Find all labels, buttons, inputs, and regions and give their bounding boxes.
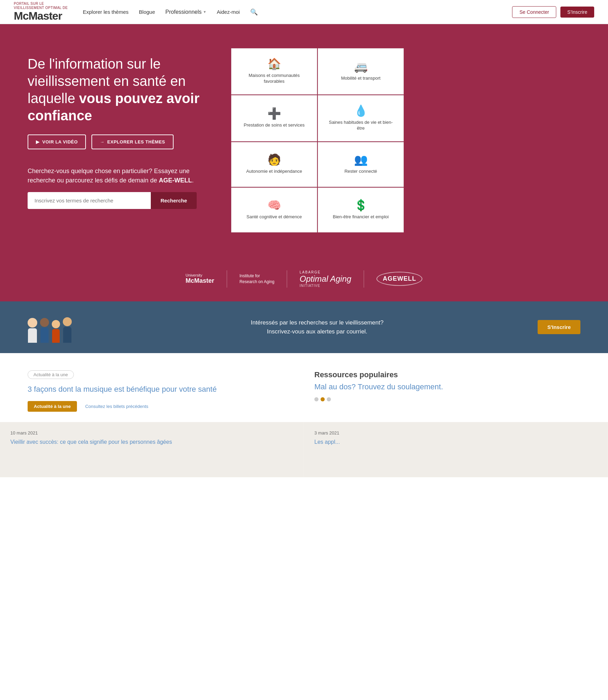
- ressources-article-link[interactable]: Mal au dos? Trouvez du soulagement.: [314, 382, 580, 392]
- theme-label-autonomie: Autonomie et indépendance: [246, 169, 302, 174]
- nav-actions: Se Connecter S'Inscrire: [512, 6, 594, 18]
- hero-section: De l'information sur le vieillissement e…: [0, 24, 608, 257]
- prev-articles-link[interactable]: Consultez les billets précédents: [85, 404, 148, 409]
- actualite-section: Actualité à la une 3 façons dont la musi…: [28, 370, 294, 412]
- news-title-2[interactable]: Les appl...: [314, 439, 340, 445]
- nav-aidez-moi[interactable]: Aidez-moi: [217, 9, 240, 15]
- brain-icon: 🧠: [267, 200, 281, 211]
- theme-card-soins[interactable]: ➕ Prestation de soins et services: [231, 95, 317, 141]
- news-date-2: 3 mars 2021: [314, 430, 597, 436]
- theme-card-autonomie[interactable]: 🧑 Autonomie et indépendance: [231, 142, 317, 187]
- theme-label-habitudes: Saines habitudes de vie et bien-être: [325, 120, 396, 131]
- signup-banner-button[interactable]: S'Inscrire: [538, 320, 580, 334]
- site-logo[interactable]: PORTAIL SUR LE VIEILLISSEMENT OPTIMAL DE…: [14, 2, 69, 22]
- nav-explorer-themes[interactable]: Explorer les thèmes: [83, 9, 129, 15]
- news-title-1[interactable]: Vieillir avec succès: ce que cela signif…: [10, 439, 172, 445]
- inscribe-button[interactable]: S'Inscrire: [560, 7, 594, 18]
- actualite-article-link[interactable]: 3 façons dont la musique est bénéfique p…: [28, 384, 294, 394]
- theme-card-cognitive[interactable]: 🧠 Santé cognitive et démence: [231, 188, 317, 232]
- hero-left: De l'information sur le vieillissement e…: [28, 48, 210, 209]
- news-card-1: 10 mars 2021 Vieillir avec succès: ce qu…: [0, 422, 304, 477]
- navbar: PORTAIL SUR LE VIEILLISSEMENT OPTIMAL DE…: [0, 0, 608, 24]
- transport-icon: 🚐: [354, 61, 368, 72]
- search-input[interactable]: [28, 192, 151, 209]
- theme-label-maisons: Maisons et communautés favorables: [238, 73, 310, 84]
- nav-links: Explorer les thèmes Blogue Professionnel…: [83, 8, 512, 16]
- hero-search-label: Cherchez-vous quelque chose en particuli…: [28, 167, 210, 185]
- nav-blogue[interactable]: Blogue: [139, 9, 155, 15]
- actualite-tag-button[interactable]: Actualité à la une: [28, 401, 77, 412]
- theme-label-soins: Prestation de soins et services: [244, 122, 304, 128]
- theme-card-financier[interactable]: 💲 Bien-être financier et emploi: [318, 188, 404, 232]
- character-1: [28, 318, 37, 343]
- logo-divider-3: [364, 270, 364, 288]
- institute-text: Institute for Research on Aging: [239, 273, 274, 285]
- theme-label-connecte: Rester connecté: [344, 169, 377, 174]
- theme-card-maisons[interactable]: 🏠 Maisons et communautés favorables: [231, 48, 317, 94]
- ressources-section: Ressources populaires Mal au dos? Trouve…: [314, 370, 580, 412]
- content-row: Actualité à la une 3 façons dont la musi…: [0, 353, 608, 422]
- actualite-actions: Actualité à la une Consultez les billets…: [28, 401, 294, 412]
- mcmaster-name: McMaster: [14, 10, 69, 22]
- logo-divider: [227, 270, 227, 288]
- play-icon: ▶: [36, 139, 40, 144]
- search-icon[interactable]: 🔍: [250, 8, 258, 16]
- hero-search-bar: Recherche: [28, 192, 197, 209]
- character-2: [40, 318, 49, 343]
- house-icon: 🏠: [267, 58, 281, 69]
- news-date-1: 10 mars 2021: [10, 430, 293, 436]
- mcmaster-university-logo: University McMaster: [186, 273, 214, 284]
- logos-bar: University McMaster Institute for Resear…: [0, 257, 608, 301]
- theme-card-habitudes[interactable]: 💧 Saines habitudes de vie et bien-être: [318, 95, 404, 141]
- autonomy-icon: 🧑: [267, 154, 281, 165]
- agewell-logo: AGEWELL: [376, 272, 422, 286]
- health-icon: ➕: [267, 108, 281, 119]
- character-3: [52, 320, 60, 343]
- carousel-dot-3[interactable]: [327, 397, 331, 401]
- connected-icon: 👥: [354, 154, 368, 165]
- portal-text: PORTAIL SUR LE VIEILLISSEMENT OPTIMAL DE: [14, 2, 69, 10]
- nav-professionnels[interactable]: Professionnels ▼: [165, 9, 206, 15]
- chevron-down-icon: ▼: [203, 10, 206, 14]
- signup-banner: Intéressés par les recherches sur le vie…: [0, 301, 608, 353]
- search-button[interactable]: Recherche: [151, 192, 197, 209]
- logo-divider-2: [287, 270, 287, 288]
- carousel-dots: [314, 397, 580, 401]
- theme-label-mobilite: Mobilité et transport: [341, 76, 380, 81]
- connect-button[interactable]: Se Connecter: [512, 6, 556, 18]
- finance-icon: 💲: [354, 200, 368, 211]
- carousel-dot-1[interactable]: [314, 397, 318, 401]
- theme-card-mobilite[interactable]: 🚐 Mobilité et transport: [318, 48, 404, 94]
- hero-buttons: ▶ VOIR LA VIDÉO → EXPLORER LES THÈMES: [28, 134, 210, 149]
- bottom-news: 10 mars 2021 Vieillir avec succès: ce qu…: [0, 422, 608, 477]
- theme-label-financier: Bien-être financier et emploi: [333, 214, 389, 220]
- carousel-dot-2[interactable]: [321, 397, 325, 401]
- theme-label-cognitive: Santé cognitive et démence: [246, 214, 302, 220]
- wellness-icon: 💧: [354, 105, 368, 116]
- actualite-badge: Actualité à la une: [28, 370, 74, 379]
- labarge-logo: LABARGE Optimal Aging INITIATIVE: [300, 270, 351, 288]
- character-4: [63, 317, 72, 343]
- ressources-title: Ressources populaires: [314, 370, 580, 379]
- theme-grid: 🏠 Maisons et communautés favorables 🚐 Mo…: [231, 48, 404, 232]
- explore-themes-button[interactable]: → EXPLORER LES THÈMES: [91, 134, 173, 149]
- news-card-2: 3 mars 2021 Les appl...: [304, 422, 608, 477]
- hero-title: De l'information sur le vieillissement e…: [28, 55, 210, 124]
- arrow-right-icon: →: [100, 139, 105, 144]
- video-button[interactable]: ▶ VOIR LA VIDÉO: [28, 134, 86, 149]
- characters-illustration: [28, 312, 97, 343]
- theme-card-connecte[interactable]: 👥 Rester connecté: [318, 142, 404, 187]
- signup-text: Intéressés par les recherches sur le vie…: [110, 318, 524, 336]
